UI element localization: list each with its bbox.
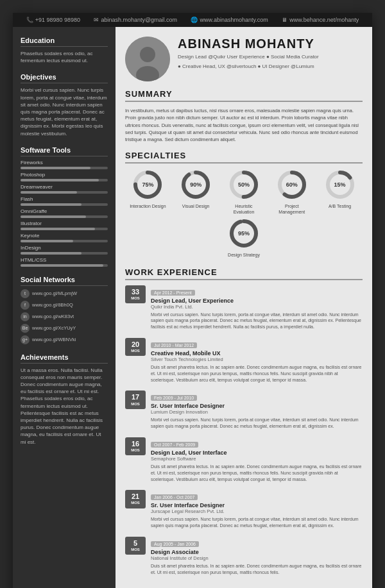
- social-link: www.goo.gl/MLpmjW: [32, 290, 77, 296]
- donut-container: 75%: [132, 169, 164, 201]
- skill-item: OmniGraffe: [21, 208, 108, 218]
- work-job-title: Sr. User Interface Designer: [151, 403, 363, 409]
- work-badge: 33 MOS: [125, 285, 146, 303]
- social-icon: g+: [21, 335, 30, 344]
- skill-item: HTML/CSS: [21, 257, 108, 267]
- software-heading: Software Tools: [21, 146, 108, 156]
- specialty-name: Project Management: [273, 203, 311, 215]
- summary-text: In vestibulum, metus ut dapibus luctus, …: [125, 107, 363, 143]
- education-section: Education Phasellus sodales eros odio, a…: [21, 37, 108, 64]
- work-details: Jul 2010 - Mar 2012 Creative Head, Mobil…: [151, 338, 363, 383]
- skill-bar-fill: [21, 179, 99, 181]
- work-badge: 5 MOS: [125, 537, 146, 555]
- work-badge: 16 MOS: [125, 437, 146, 455]
- skill-bar-fill: [21, 215, 86, 218]
- skill-bar-bg: [21, 215, 108, 218]
- work-job-title: Design Lead, User Experience: [151, 298, 363, 304]
- software-section: Software Tools Fireworks Photoshop Dream…: [21, 146, 108, 267]
- main-content: ABINASH MOHANTY Design Lead @Quikr User …: [116, 27, 372, 588]
- skill-bar-fill: [21, 191, 77, 194]
- work-period: Jul 2010 - Mar 2012: [151, 342, 197, 348]
- skill-label: Dreamweaver: [21, 184, 108, 190]
- social-link: www.goo.gl/8Bh0Q: [32, 302, 73, 308]
- specialty-item: 60% Project Management: [273, 169, 311, 215]
- donut-label: 15%: [334, 181, 346, 188]
- work-heading: Work Experience: [125, 267, 363, 280]
- skill-bar-bg: [21, 191, 108, 194]
- work-job-title: Creative Head, Mobile UX: [151, 350, 363, 357]
- skill-item: Keynote: [21, 233, 108, 242]
- work-item: 5 MOS Aug 2005 - Jan 2006 Design Associa…: [125, 537, 363, 576]
- work-badge: 21 MOS: [125, 490, 146, 508]
- work-unit: MOS: [128, 548, 143, 552]
- top-bar: 📞 +91 98980 98980 ✉ abinash.mohanty@gmai…: [13, 13, 372, 27]
- avatar: [125, 37, 170, 81]
- social-heading: Social Networks: [21, 276, 108, 286]
- work-company: National Institute of Design: [151, 555, 363, 561]
- skill-label: Fireworks: [21, 160, 108, 165]
- skill-item: Illustrator: [21, 221, 108, 230]
- skill-item: Fireworks: [21, 160, 108, 169]
- education-heading: Education: [21, 37, 108, 47]
- skill-bar-bg: [21, 228, 108, 230]
- work-period: Feb 2009 - Jul 2010: [151, 395, 197, 401]
- work-job-title: Design Lead, User Interface: [151, 449, 363, 456]
- skill-item: Photoshop: [21, 172, 108, 181]
- skills-container: Fireworks Photoshop Dreamweaver Flash Om…: [21, 160, 108, 267]
- skill-label: Photoshop: [21, 172, 108, 178]
- skill-bar-fill: [21, 252, 81, 255]
- achievements-section: Achievements Ut a massa eros. Nulla faci…: [21, 353, 108, 446]
- work-details: Jan 2006 - Oct 2007 Sr. User Interface D…: [151, 490, 363, 529]
- social-item: Be www.goo.gl/XcYUyY: [21, 324, 108, 333]
- social-link: www.goo.gl/XcYUyY: [32, 325, 76, 331]
- skill-bar-fill: [21, 167, 90, 169]
- donut-container: 60%: [276, 169, 308, 201]
- skill-item: Dreamweaver: [21, 184, 108, 194]
- work-item: 16 MOS Oct 2007 - Feb 2009 Design Lead, …: [125, 437, 363, 482]
- work-months: 20: [128, 340, 143, 349]
- phone-icon: 📞: [26, 17, 33, 23]
- skill-bar-fill: [21, 264, 103, 267]
- social-item: f www.goo.gl/8Bh0Q: [21, 301, 108, 310]
- top-behance: 🖥 www.behance.net/mohanty: [282, 17, 359, 23]
- work-badge: 17 MOS: [125, 391, 146, 408]
- candidate-subtitle1: Design Lead @Quikr User Experience ● Soc…: [178, 53, 363, 61]
- candidate-subtitle2: ● Creative Head, UX @silvertouch ● UI De…: [178, 63, 363, 71]
- specialty-item: 75% Interaction Design: [128, 169, 167, 209]
- work-months: 17: [128, 393, 143, 401]
- top-email: ✉ abinash.mohanty@gmail.com: [94, 17, 177, 23]
- donut-label: 75%: [142, 181, 153, 188]
- social-icon: in: [21, 312, 30, 321]
- top-website: 🌐 www.abinashmohanty.com: [191, 17, 268, 23]
- work-months: 16: [128, 440, 143, 448]
- social-icon: f: [21, 301, 30, 310]
- specialty-item: 50% Heuristic Evaluation: [225, 169, 263, 215]
- social-icon: t: [21, 289, 30, 298]
- work-months: 5: [128, 539, 143, 548]
- work-item: 33 MOS Apr 2012 - Present Design Lead, U…: [125, 285, 363, 330]
- sidebar: Education Phasellus sodales eros odio, a…: [13, 27, 116, 588]
- work-unit: MOS: [128, 296, 143, 301]
- skill-bar-bg: [21, 203, 108, 206]
- work-unit: MOS: [128, 501, 143, 505]
- work-item: 20 MOS Jul 2010 - Mar 2012 Creative Head…: [125, 338, 363, 383]
- social-section: Social Networks t www.goo.gl/MLpmjW f ww…: [21, 276, 108, 344]
- specialty-item: 15% A/B Testing: [321, 169, 359, 209]
- work-desc: Duis sit amet pharetra lectus. In ac sap…: [151, 563, 363, 576]
- donut-container: 90%: [180, 169, 212, 201]
- work-unit: MOS: [128, 448, 143, 453]
- skill-item: Flash: [21, 196, 108, 206]
- skill-bar-fill: [21, 228, 95, 230]
- skill-label: Illustrator: [21, 221, 108, 226]
- summary-heading: Summary: [125, 89, 363, 102]
- donut-container: 15%: [324, 169, 356, 201]
- donut-label: 95%: [238, 230, 250, 237]
- skill-label: Flash: [21, 196, 108, 202]
- social-item: in www.goo.gl/wK83vt: [21, 312, 108, 321]
- skill-label: Keynote: [21, 233, 108, 239]
- skill-bar-fill: [21, 203, 81, 206]
- social-link: www.goo.gl/wK83vt: [32, 314, 74, 319]
- work-unit: MOS: [128, 402, 143, 407]
- achievements-text: Ut a massa eros. Nulla facilisi. Nulla c…: [21, 367, 108, 446]
- work-company: Semaphore Software: [151, 456, 363, 462]
